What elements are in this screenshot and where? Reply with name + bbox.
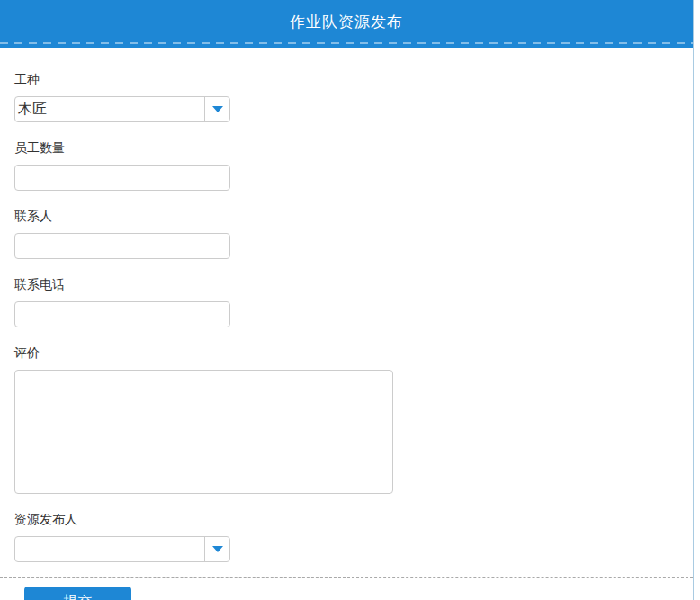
worktype-label: 工种: [14, 72, 693, 88]
publisher-label: 资源发布人: [14, 512, 693, 528]
employee-count-input[interactable]: [14, 165, 230, 191]
page: 作业队资源发布 工种 木匠 员工数量 联系人 联系电话 评价: [0, 0, 694, 600]
field-group-publisher: 资源发布人: [14, 512, 693, 562]
field-group-worktype: 工种 木匠: [14, 72, 693, 122]
submit-button[interactable]: 提交: [24, 587, 131, 600]
page-title: 作业队资源发布: [290, 12, 403, 32]
employee-count-label: 员工数量: [14, 140, 693, 157]
publisher-select-value: [15, 537, 204, 561]
publisher-select[interactable]: [14, 536, 230, 562]
field-group-contact-person: 联系人: [14, 209, 693, 259]
field-group-contact-phone: 联系电话: [14, 277, 693, 327]
contact-person-label: 联系人: [14, 209, 693, 225]
worktype-select-arrow[interactable]: [204, 97, 229, 121]
header: 作业队资源发布: [0, 0, 693, 48]
field-group-employee-count: 员工数量: [14, 140, 693, 191]
worktype-select-value: 木匠: [15, 97, 204, 121]
evaluation-label: 评价: [14, 345, 693, 362]
chevron-down-icon: [212, 106, 223, 112]
header-dashed-divider: [0, 42, 693, 44]
resource-form: 工种 木匠 员工数量 联系人 联系电话 评价 资源发布人: [0, 48, 693, 562]
contact-person-input[interactable]: [14, 233, 230, 259]
evaluation-textarea[interactable]: [14, 370, 393, 494]
contact-phone-label: 联系电话: [14, 277, 693, 293]
field-group-evaluation: 评价: [14, 345, 693, 494]
publisher-select-arrow[interactable]: [204, 537, 229, 561]
chevron-down-icon: [212, 546, 223, 552]
worktype-select[interactable]: 木匠: [14, 96, 230, 122]
contact-phone-input[interactable]: [14, 301, 230, 327]
footer: 提交: [0, 578, 693, 600]
